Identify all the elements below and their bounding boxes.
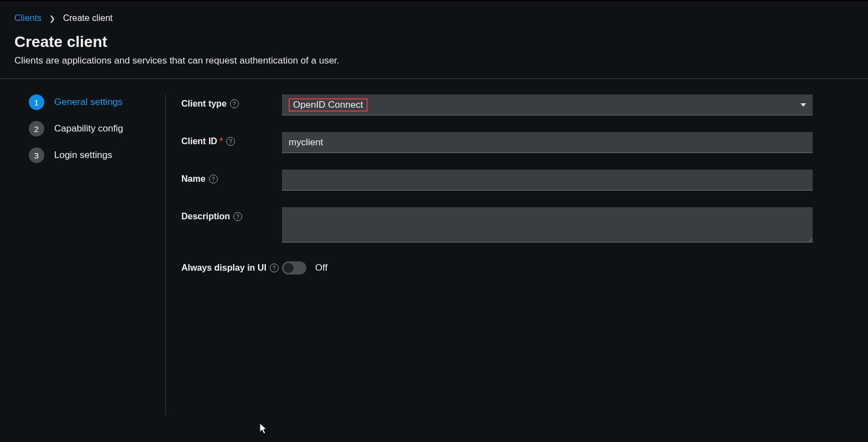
client-type-select[interactable]: OpenID Connect: [282, 94, 813, 115]
caret-down-icon: [801, 103, 806, 107]
page-title: Create client: [14, 33, 854, 51]
client-id-input[interactable]: [282, 132, 813, 153]
help-icon[interactable]: ?: [226, 137, 235, 146]
name-label: Name: [181, 174, 206, 184]
wizard-nav: 1 General settings 2 Capability config 3…: [0, 94, 166, 415]
name-input[interactable]: [282, 170, 813, 191]
help-icon[interactable]: ?: [270, 264, 279, 272]
toggle-state-label: Off: [315, 262, 327, 273]
form-area: Client type ? OpenID Connect Client ID* …: [166, 94, 868, 415]
wizard-step-capability-config[interactable]: 2 Capability config: [29, 121, 154, 136]
description-textarea[interactable]: [282, 207, 813, 243]
toggle-thumb: [284, 263, 294, 273]
step-label: Capability config: [54, 123, 123, 134]
client-type-value: OpenID Connect: [289, 98, 368, 112]
help-icon[interactable]: ?: [209, 175, 218, 183]
step-label: General settings: [54, 97, 123, 108]
breadcrumb: Clients ❯ Create client: [14, 13, 854, 23]
wizard-step-general-settings[interactable]: 1 General settings: [29, 94, 154, 110]
description-label: Description: [181, 212, 230, 222]
always-display-toggle[interactable]: [282, 261, 306, 275]
always-display-label: Always display in UI: [181, 263, 266, 273]
step-number-badge: 1: [29, 94, 44, 110]
step-label: Login settings: [54, 150, 112, 161]
help-icon[interactable]: ?: [230, 99, 239, 108]
help-icon[interactable]: ?: [233, 212, 242, 221]
step-number-badge: 3: [29, 148, 44, 163]
client-id-label: Client ID*: [181, 136, 223, 146]
chevron-right-icon: ❯: [49, 14, 55, 23]
wizard-step-login-settings[interactable]: 3 Login settings: [29, 148, 154, 163]
client-type-label: Client type: [181, 99, 227, 109]
breadcrumb-clients-link[interactable]: Clients: [14, 13, 41, 23]
cursor-icon: [260, 423, 269, 434]
page-description: Clients are applications and services th…: [14, 55, 854, 66]
step-number-badge: 2: [29, 121, 44, 136]
breadcrumb-current: Create client: [63, 13, 113, 23]
required-indicator: *: [219, 136, 223, 146]
